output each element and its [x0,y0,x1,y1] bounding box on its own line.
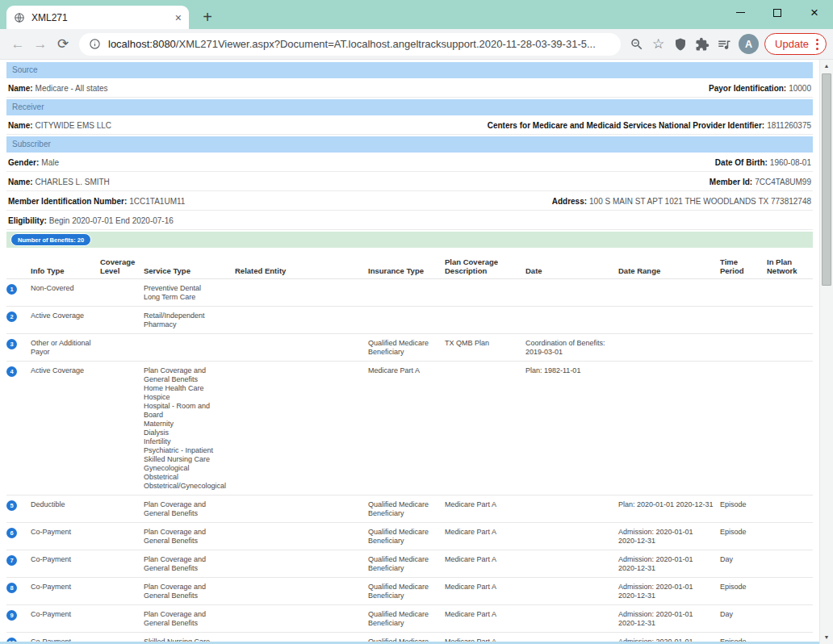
globe-favicon-icon [14,12,25,23]
window-close-button[interactable]: × [796,0,833,25]
scroll-down-icon[interactable]: ▼ [820,631,833,643]
subscriber-gender: Gender:Male [8,158,59,167]
payor-identification: Payor Identification:10000 [709,84,811,93]
scroll-up-icon[interactable]: ▲ [820,60,833,72]
cell-info-type: Co-Payment [31,555,100,564]
source-row: Name:Medicare - All states Payor Identif… [6,80,813,98]
section-header-source: Source [6,62,813,78]
cell-info-type: Active Coverage [31,366,100,375]
browser-tab[interactable]: XML271 × [6,6,189,29]
media-playlist-icon[interactable] [713,33,735,55]
cell-number: 6 [6,528,31,538]
cell-info-type: Deductible [31,500,100,509]
new-tab-button[interactable]: + [197,6,218,27]
cell-time-period: Episode [720,583,767,592]
section-header-receiver: Receiver [6,99,813,115]
benefits-table-body: 1 Non-Covered Preventive Dental Long Ter… [6,279,813,644]
page-content: Source Name:Medicare - All states Payor … [0,60,819,644]
cell-number: 7 [6,555,31,566]
update-label: Update [775,38,809,50]
cell-service-type: Plan Coverage and General Benefits [144,555,235,573]
window-minimize-button[interactable] [722,0,759,25]
subscriber-eligibility: Eligibility:Begin 2020-07-01 End 2020-07… [8,216,174,225]
zoom-out-icon[interactable] [626,33,647,55]
benefit-number-badge: 6 [6,528,17,538]
scrollbar-thumb[interactable] [822,73,831,286]
cell-service-type: Plan Coverage and General Benefits Home … [144,366,235,491]
col-header-coverage-level: Coverage Level [100,257,144,275]
benefit-number-badge: 5 [6,500,17,511]
cell-time-period: Day [720,610,767,619]
cell-service-type: Plan Coverage and General Benefits [144,500,235,518]
subscriber-row-gender: Gender:Male Date Of Birth:1960-08-01 [6,154,813,172]
benefit-number-badge: 2 [6,312,17,322]
benefit-row: 7 Co-Payment Plan Coverage and General B… [6,550,813,578]
window-maximize-button[interactable] [759,0,796,25]
tab-title: XML271 [31,12,169,23]
benefit-row: 9 Co-Payment Plan Coverage and General B… [6,605,813,633]
cell-number: 5 [6,500,31,511]
window-controls: × [722,0,833,25]
vertical-scrollbar[interactable]: ▲ ▼ [819,60,833,644]
benefit-row: 4 Active Coverage Plan Coverage and Gene… [6,362,813,496]
receiver-row: Name:CITYWIDE EMS LLC Centers for Medica… [6,117,813,135]
cell-info-type: Non-Covered [31,284,100,293]
receiver-name: Name:CITYWIDE EMS LLC [8,121,111,130]
benefit-row: 8 Co-Payment Plan Coverage and General B… [6,578,813,605]
cell-insurance-type: Qualified Medicare Beneficiary [368,555,445,573]
back-icon[interactable]: ← [6,33,29,56]
address-bar[interactable]: localhost:8080/XML271Viewer.aspx?Documen… [79,33,621,56]
url-text: localhost:8080/XML271Viewer.aspx?Documen… [108,38,596,50]
update-button[interactable]: Update [764,33,827,55]
cell-time-period: Episode [720,528,767,537]
forward-icon[interactable]: → [29,33,52,56]
tab-close-icon[interactable]: × [175,12,182,23]
profile-avatar[interactable]: A [739,34,759,54]
cell-info-type: Co-Payment [31,528,100,537]
cell-plan-coverage-description: Medicare Part A [445,555,525,564]
cms-npi: Centers for Medicare and Medicaid Servic… [488,121,811,130]
cell-date-range: Plan: 2020-01-01 2020-12-31 [618,500,720,509]
browser-menu-kebab-icon[interactable] [816,39,818,50]
cell-number: 2 [6,312,31,322]
page-info-icon[interactable] [89,38,101,50]
cell-date-range: Admission: 2020-01-01 2020-12-31 [618,555,720,573]
cell-insurance-type: Qualified Medicare Beneficiary [368,339,445,357]
col-header-in-plan-network: In Plan Network [767,257,807,275]
url-path: /XML271Viewer.aspx?Document=AT.localhost… [176,38,596,50]
benefit-row: 1 Non-Covered Preventive Dental Long Ter… [6,279,813,307]
benefit-row: 6 Co-Payment Plan Coverage and General B… [6,523,813,550]
benefit-number-badge: 7 [6,555,17,566]
benefit-number-badge: 4 [6,366,17,377]
cell-time-period: Day [720,555,767,564]
cell-date-range: Admission: 2020-01-01 2020-12-31 [618,528,720,546]
cell-info-type: Active Coverage [31,312,100,320]
col-header-info-type: Info Type [31,266,100,275]
cell-service-type: Preventive Dental Long Term Care [144,284,235,302]
reload-icon[interactable]: ⟳ [52,33,74,56]
cell-number: 9 [6,610,31,621]
cell-info-type: Co-Payment [31,583,100,592]
cell-number: 3 [6,339,31,349]
cell-service-type: Plan Coverage and General Benefits [144,610,235,628]
cell-number: 1 [6,284,31,295]
extensions-puzzle-icon[interactable] [691,33,713,55]
col-header-insurance-type: Insurance Type [368,266,445,275]
cell-plan-coverage-description: Medicare Part A [445,583,525,592]
cell-number: 8 [6,583,31,593]
subscriber-address: Address:100 S MAIN ST APT 1021 THE WOODL… [552,197,811,206]
subscriber-row-name: Name:CHARLES L. SMITH Member Id:7CC4TA8U… [6,174,813,191]
cell-date-range: Admission: 2020-01-01 2020-12-31 [618,610,720,628]
subscriber-member-identification-number: Member Identification Number:1CC1TA1UM11 [8,197,185,206]
source-name: Name:Medicare - All states [8,84,108,93]
benefits-table-header: Info Type Coverage Level Service Type Re… [6,257,813,279]
close-icon: × [810,6,818,19]
url-host: localhost:8080 [108,38,176,50]
cell-plan-coverage-description: Medicare Part A [445,610,525,619]
bookmark-star-icon[interactable]: ☆ [647,33,669,55]
browser-toolbar: ← → ⟳ localhost:8080/XML271Viewer.aspx?D… [0,29,833,60]
browser-titlebar: XML271 × + × [0,0,833,29]
cell-service-type: Retail/Independent Pharmacy [144,312,235,329]
adblock-shield-icon[interactable] [669,33,691,55]
col-header-date: Date [525,266,618,275]
